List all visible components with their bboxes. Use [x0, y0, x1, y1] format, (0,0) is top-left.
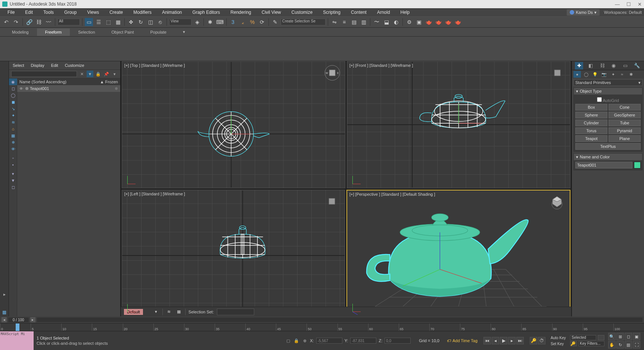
- placement-button[interactable]: ⎋: [156, 18, 164, 26]
- scale-button[interactable]: ◫: [146, 18, 155, 26]
- render-production-button[interactable]: 🫖: [424, 18, 433, 26]
- orbit-icon[interactable]: ↻: [616, 341, 624, 349]
- spacewarps-category-icon[interactable]: ≈: [618, 71, 626, 78]
- next-frame-icon[interactable]: ▸: [508, 337, 516, 344]
- primitive-category-dropdown[interactable]: Standard Primitives▾: [573, 79, 643, 86]
- autogrid-checkbox[interactable]: [597, 97, 602, 102]
- manipulate-button[interactable]: ✱: [206, 18, 214, 26]
- spinner-snap-button[interactable]: ⟳: [258, 18, 266, 26]
- time-playhead[interactable]: [16, 323, 19, 331]
- maxscript-listener[interactable]: MAXScript Mi: [0, 331, 34, 350]
- filter-geometry-icon[interactable]: ◻: [9, 85, 17, 92]
- scene-explorer-header[interactable]: Name (Sorted Ascending) ▲ Frozen: [17, 78, 120, 85]
- viewport-front[interactable]: [+] [Front ] [Standard ] [Wireframe ]: [347, 61, 570, 188]
- close-button[interactable]: ✕: [638, 1, 642, 7]
- filter-containers-icon[interactable]: ▦: [9, 132, 17, 139]
- pin-icon[interactable]: 📌: [103, 71, 110, 77]
- time-config-icon[interactable]: ⏱: [538, 337, 545, 344]
- viewcube-icon[interactable]: [549, 193, 565, 210]
- primitive-button-box[interactable]: Box: [575, 104, 607, 111]
- scene-explorer-menu-display[interactable]: Display: [31, 63, 44, 68]
- autokey-button[interactable]: Auto Key: [551, 336, 569, 340]
- edit-named-sets-button[interactable]: ✎: [271, 18, 279, 26]
- minimize-button[interactable]: —: [615, 1, 620, 7]
- collapse-all-icon[interactable]: ▫: [9, 155, 17, 161]
- coord-y-input[interactable]: -87,831: [350, 338, 376, 344]
- layer-icon[interactable]: ◻: [9, 184, 17, 191]
- scene-explorer-search-input[interactable]: [11, 71, 77, 77]
- selection-set-input[interactable]: [217, 309, 254, 315]
- mirror-button[interactable]: ⇋: [330, 18, 339, 26]
- use-pivot-center-button[interactable]: ◈: [193, 18, 201, 26]
- select-region-button[interactable]: ⬚: [104, 18, 112, 26]
- primitive-button-teapot[interactable]: Teapot: [575, 135, 607, 142]
- object-name-input[interactable]: [575, 162, 632, 168]
- coord-z-input[interactable]: 0,0: [385, 338, 411, 344]
- bind-space-warp-button[interactable]: 〰: [44, 18, 53, 26]
- render-frame-button[interactable]: ▣: [415, 18, 423, 26]
- key-filter-icon[interactable]: [598, 335, 604, 340]
- menu-edit[interactable]: Edit: [20, 9, 38, 16]
- time-slider[interactable]: ◂ 0 / 100 ▸: [0, 316, 644, 323]
- ribbon-overflow-icon[interactable]: ▾: [175, 28, 193, 36]
- material-editor-button[interactable]: ◐: [392, 18, 400, 26]
- hierarchy-tab-icon[interactable]: ⛓: [598, 62, 606, 69]
- filter-shapes-icon[interactable]: ◯: [9, 92, 17, 99]
- autokey-mode-dropdown[interactable]: Selected: [570, 335, 596, 340]
- selection-lock-icon[interactable]: ▦: [175, 309, 182, 315]
- primitive-button-cone[interactable]: Cone: [609, 104, 641, 111]
- add-time-tag[interactable]: 🏷Add Time Tag: [444, 331, 480, 350]
- render-iterative-button[interactable]: 🫖: [434, 18, 442, 26]
- sort-icon[interactable]: ▼: [9, 177, 17, 184]
- scene-explorer-menu-select[interactable]: Select: [13, 63, 24, 68]
- systems-category-icon[interactable]: ✱: [627, 71, 635, 78]
- filter-bone-icon[interactable]: ⌂: [9, 126, 17, 132]
- zoom-icon[interactable]: 🔍: [608, 333, 616, 340]
- clear-search-icon[interactable]: ✕: [78, 71, 85, 77]
- layer-explorer-button[interactable]: ▤: [350, 18, 358, 26]
- viewcube-icon[interactable]: [549, 65, 566, 81]
- percent-snap-button[interactable]: %: [248, 18, 256, 26]
- snap-toggle-button[interactable]: 3: [229, 18, 237, 26]
- menu-rendering[interactable]: Rendering: [225, 9, 256, 16]
- zoom-all-icon[interactable]: ⊞: [616, 333, 624, 340]
- motion-tab-icon[interactable]: ◉: [610, 62, 618, 69]
- reference-coord-dropdown[interactable]: View: [169, 19, 192, 25]
- redo-button[interactable]: ↷: [12, 18, 20, 26]
- scene-item-row[interactable]: 👁 Teapot001 ❄: [17, 85, 120, 92]
- geometry-category-icon[interactable]: ●: [573, 71, 581, 78]
- maximize-button[interactable]: ☐: [626, 1, 631, 7]
- menu-tools[interactable]: Tools: [38, 9, 59, 16]
- filter-toggle-icon[interactable]: ▼: [87, 71, 93, 77]
- filter-hidden-icon[interactable]: 👁: [9, 146, 17, 152]
- filter-lights-icon[interactable]: ◼: [9, 99, 17, 105]
- primitive-button-tube[interactable]: Tube: [609, 120, 641, 126]
- rotate-button[interactable]: ↻: [137, 18, 145, 26]
- viewcube-icon[interactable]: [324, 193, 340, 210]
- toggle-ribbon-button[interactable]: ▥: [360, 18, 368, 26]
- lock-selection-icon[interactable]: 🔒: [293, 338, 299, 344]
- scene-explorer-menu-customize[interactable]: Customize: [65, 63, 84, 68]
- viewcube-icon[interactable]: WE: [324, 65, 340, 81]
- filter-frozen-icon[interactable]: ❄: [9, 139, 17, 146]
- track-bar[interactable]: 0510152025303540455055606570758085909510…: [0, 323, 644, 331]
- primitive-button-cylinder[interactable]: Cylinder: [575, 120, 607, 126]
- menu-help[interactable]: Help: [395, 9, 415, 16]
- lights-category-icon[interactable]: 💡: [591, 71, 599, 78]
- primitive-button-textplus[interactable]: TextPlus: [575, 143, 641, 150]
- select-object-button[interactable]: ▭: [85, 18, 93, 26]
- menu-content[interactable]: Content: [346, 9, 372, 16]
- primitive-button-sphere[interactable]: Sphere: [575, 112, 607, 118]
- sync-selection-icon[interactable]: ▾: [9, 170, 17, 177]
- primitive-button-geosphere[interactable]: GeoSphere: [609, 112, 641, 118]
- chevron-down-icon[interactable]: ▾: [111, 71, 118, 77]
- ribbon-tab-populate[interactable]: Populate: [142, 28, 174, 36]
- absolute-mode-icon[interactable]: ⊕: [302, 338, 308, 344]
- object-color-swatch[interactable]: [634, 162, 641, 168]
- coord-x-input[interactable]: -5,567: [316, 338, 342, 344]
- angle-snap-button[interactable]: ⦟: [239, 18, 247, 26]
- menu-create[interactable]: Create: [104, 9, 128, 16]
- menu-arnold[interactable]: Arnold: [372, 9, 395, 16]
- lock-icon[interactable]: 🔒: [95, 71, 102, 77]
- display-tab-icon[interactable]: ▭: [621, 62, 629, 69]
